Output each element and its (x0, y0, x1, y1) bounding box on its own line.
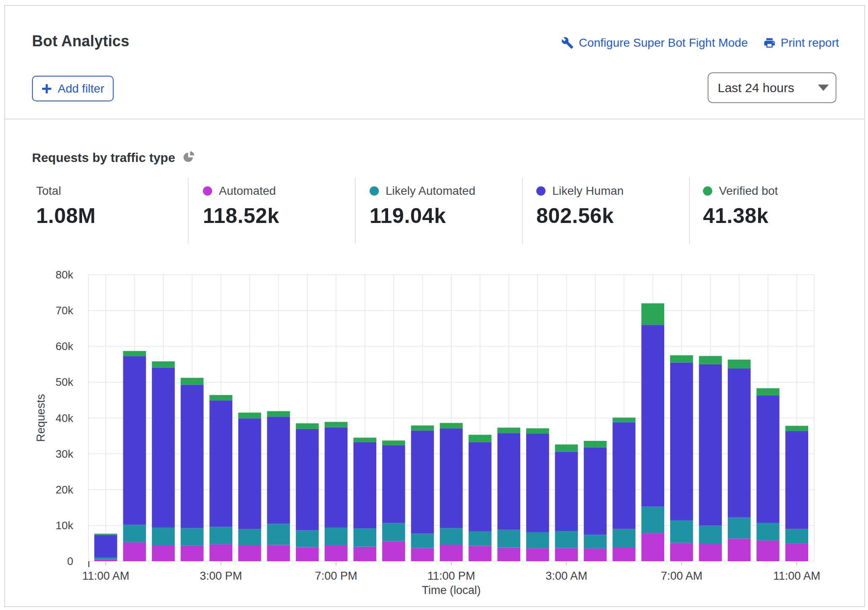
bar-segment-verified-bot[interactable] (785, 426, 808, 431)
bar-2-00-am[interactable] (526, 428, 549, 561)
bar-segment-verified-bot[interactable] (555, 444, 578, 451)
bar-segment-automated[interactable] (498, 548, 520, 561)
bar-segment-verified-bot[interactable] (612, 418, 635, 422)
bar-segment-likely-automated[interactable] (612, 529, 635, 547)
bar-segment-likely-human[interactable] (440, 428, 463, 528)
bar-segment-verified-bot[interactable] (642, 303, 664, 325)
bar-segment-likely-human[interactable] (785, 431, 808, 529)
bar-11-00-am[interactable] (785, 426, 808, 561)
bar-segment-likely-human[interactable] (612, 422, 635, 529)
bar-segment-likely-automated[interactable] (267, 524, 290, 545)
bar-segment-verified-bot[interactable] (469, 435, 491, 442)
bar-segment-verified-bot[interactable] (296, 423, 319, 429)
bar-6-00-pm[interactable] (296, 423, 319, 561)
bar-segment-verified-bot[interactable] (181, 378, 203, 385)
bar-segment-likely-human[interactable] (498, 433, 520, 530)
bar-segment-likely-human[interactable] (296, 429, 319, 530)
bar-8-00-pm[interactable] (354, 438, 376, 561)
bar-8-00-am[interactable] (699, 356, 722, 561)
bar-segment-verified-bot[interactable] (238, 413, 261, 419)
bar-segment-automated[interactable] (296, 547, 319, 561)
bar-1-00-pm[interactable] (152, 361, 175, 561)
bar-segment-verified-bot[interactable] (94, 534, 117, 535)
bar-1-00-am[interactable] (498, 427, 520, 561)
bar-12-00-pm[interactable] (123, 351, 146, 561)
bar-segment-likely-human[interactable] (469, 442, 491, 531)
bar-segment-likely-automated[interactable] (785, 529, 808, 544)
bar-segment-likely-automated[interactable] (94, 557, 117, 560)
bar-segment-likely-human[interactable] (181, 385, 203, 528)
bar-12-00-am[interactable] (469, 435, 491, 561)
bar-segment-automated[interactable] (699, 544, 722, 561)
bar-segment-likely-human[interactable] (670, 363, 693, 520)
bar-segment-likely-human[interactable] (210, 400, 232, 527)
bar-segment-likely-human[interactable] (699, 364, 722, 526)
print-report-link[interactable]: Print report (763, 36, 839, 50)
bar-segment-likely-automated[interactable] (670, 520, 693, 543)
bar-segment-automated[interactable] (94, 560, 117, 561)
bar-9-00-pm[interactable] (382, 440, 405, 561)
bar-segment-verified-bot[interactable] (526, 428, 549, 434)
bar-segment-automated[interactable] (411, 548, 434, 561)
bar-segment-automated[interactable] (152, 545, 175, 561)
bar-segment-automated[interactable] (612, 547, 635, 561)
bar-segment-automated[interactable] (354, 547, 376, 561)
bar-segment-likely-automated[interactable] (642, 507, 664, 533)
bar-4-00-am[interactable] (584, 441, 607, 561)
bar-segment-automated[interactable] (642, 533, 664, 561)
bar-segment-likely-human[interactable] (382, 445, 405, 523)
bar-3-00-am[interactable] (555, 444, 578, 561)
bar-segment-likely-human[interactable] (555, 452, 578, 531)
bar-segment-verified-bot[interactable] (325, 422, 347, 427)
bar-segment-likely-human[interactable] (325, 427, 347, 528)
bar-segment-automated[interactable] (670, 543, 693, 561)
bar-segment-likely-automated[interactable] (440, 528, 463, 545)
bar-segment-verified-bot[interactable] (584, 441, 607, 447)
bar-segment-likely-automated[interactable] (123, 525, 146, 542)
bar-segment-verified-bot[interactable] (267, 411, 290, 417)
bar-segment-likely-automated[interactable] (411, 533, 434, 548)
bar-segment-likely-human[interactable] (152, 367, 175, 528)
bar-segment-verified-bot[interactable] (670, 355, 693, 363)
bar-segment-verified-bot[interactable] (382, 440, 405, 445)
bar-segment-likely-automated[interactable] (238, 529, 261, 545)
bar-segment-verified-bot[interactable] (728, 360, 751, 369)
bar-segment-verified-bot[interactable] (354, 438, 376, 442)
bar-segment-likely-human[interactable] (584, 447, 607, 535)
bar-segment-likely-automated[interactable] (555, 531, 578, 548)
bar-7-00-am[interactable] (670, 355, 693, 561)
bar-segment-automated[interactable] (526, 548, 549, 561)
bar-segment-likely-automated[interactable] (382, 523, 405, 541)
bar-4-00-pm[interactable] (238, 413, 261, 561)
bar-segment-likely-human[interactable] (411, 430, 434, 533)
bar-segment-likely-automated[interactable] (584, 535, 607, 548)
bar-segment-likely-human[interactable] (526, 434, 549, 532)
time-range-select[interactable]: Last 24 hours (708, 72, 836, 103)
bar-segment-verified-bot[interactable] (152, 361, 175, 367)
bar-segment-likely-automated[interactable] (728, 517, 751, 538)
bar-5-00-am[interactable] (612, 418, 635, 561)
bar-segment-likely-human[interactable] (354, 442, 376, 529)
configure-super-bot-fight-mode-link[interactable]: Configure Super Bot Fight Mode (561, 36, 748, 50)
bar-segment-likely-human[interactable] (728, 369, 751, 517)
bar-segment-likely-automated[interactable] (325, 528, 347, 545)
bar-5-00-pm[interactable] (267, 411, 290, 561)
bar-segment-likely-human[interactable] (642, 325, 664, 507)
bar-segment-likely-human[interactable] (267, 417, 290, 524)
bar-11-00-am[interactable] (94, 534, 117, 561)
bar-segment-automated[interactable] (785, 544, 808, 561)
bar-segment-verified-bot[interactable] (699, 356, 722, 364)
bar-segment-automated[interactable] (238, 545, 261, 561)
bar-segment-likely-automated[interactable] (354, 528, 376, 546)
bar-segment-verified-bot[interactable] (411, 425, 434, 430)
bar-segment-likely-automated[interactable] (498, 530, 520, 547)
bar-segment-verified-bot[interactable] (498, 427, 520, 433)
bar-segment-automated[interactable] (210, 544, 232, 561)
bar-3-00-pm[interactable] (210, 395, 232, 561)
bar-segment-automated[interactable] (267, 545, 290, 561)
bar-segment-automated[interactable] (555, 548, 578, 561)
bar-9-00-am[interactable] (728, 360, 751, 561)
bar-7-00-pm[interactable] (325, 422, 347, 561)
bar-segment-likely-human[interactable] (94, 535, 117, 557)
bar-segment-likely-human[interactable] (756, 395, 779, 523)
